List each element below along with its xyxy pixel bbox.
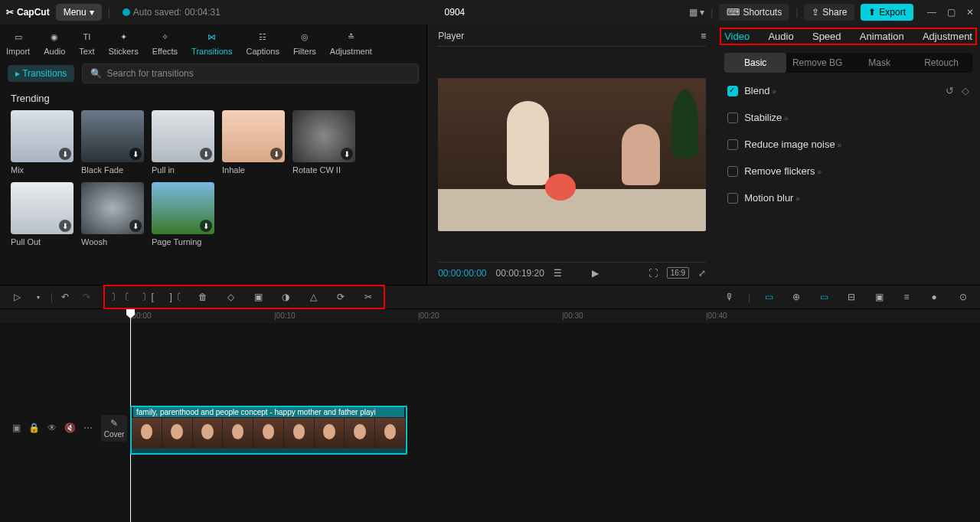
transition-item[interactable]: ⬇Black Fade	[81, 110, 144, 175]
mirror-icon[interactable]: △	[304, 288, 322, 306]
tool-tab-import[interactable]: ▭Import	[6, 29, 30, 56]
fullscreen-icon[interactable]: ⤢	[698, 268, 706, 279]
player-menu-icon[interactable]: ≡	[701, 31, 706, 41]
checkbox-icon[interactable]	[727, 193, 738, 204]
option-motion-blur[interactable]: Motion blur	[727, 192, 969, 204]
track-expand-icon[interactable]: ▣	[12, 422, 21, 433]
aspect-ratio[interactable]: 16:9	[667, 267, 689, 279]
download-icon[interactable]: ⬇	[200, 220, 212, 232]
pointer-tool-icon[interactable]: ▷	[8, 288, 26, 306]
transition-item[interactable]: ⬇Woosh	[81, 182, 144, 246]
snap-icon[interactable]: ▭	[815, 288, 833, 306]
checkbox-icon[interactable]	[727, 166, 738, 177]
export-button[interactable]: ⬆Export	[861, 4, 913, 21]
link-icon[interactable]: ⊕	[787, 288, 805, 306]
tab-adjustment[interactable]: Adjustment	[923, 31, 972, 42]
option-stabilize[interactable]: Stabilize	[727, 112, 969, 123]
subtab-mask[interactable]: Mask	[848, 53, 910, 73]
transition-item[interactable]: ⬇Mix	[11, 110, 74, 175]
download-icon[interactable]: ⬇	[341, 148, 353, 160]
tool-tab-captions[interactable]: ☷Captions	[246, 29, 279, 56]
tool-tab-audio[interactable]: ◉Audio	[44, 29, 65, 56]
crop-icon[interactable]: ✂	[359, 288, 377, 306]
option-blend[interactable]: Blend↺◇	[727, 85, 969, 96]
subtab-basic[interactable]: Basic	[724, 53, 786, 73]
shortcuts-button[interactable]: ⌨Shortcuts	[719, 4, 789, 21]
menu-button[interactable]: Menu▾	[56, 4, 102, 21]
option-remove-flickers[interactable]: Remove flickers	[727, 165, 969, 177]
reverse-icon[interactable]: ◑	[276, 288, 295, 306]
preview-icon[interactable]: ▣	[870, 288, 888, 306]
scan-icon[interactable]: ⛶	[648, 268, 658, 279]
marker-icon[interactable]: ◇	[221, 288, 240, 306]
share-button[interactable]: ⇪Share	[804, 4, 854, 21]
checkbox-icon[interactable]	[727, 86, 738, 96]
download-icon[interactable]: ⬇	[270, 148, 283, 160]
maximize-icon[interactable]: ▢	[947, 7, 956, 18]
layout-icon[interactable]: ▦ ▾	[689, 7, 704, 18]
tab-video[interactable]: Video	[724, 31, 750, 42]
tab-animation[interactable]: Animation	[860, 31, 904, 42]
timeline[interactable]: |00:00|00:10|00:20|00:30|00:40 ▣ 🔒 👁 🔇 ⋯…	[0, 309, 980, 522]
transition-item[interactable]: ⬇Inhale	[222, 110, 285, 175]
download-icon[interactable]: ⬇	[129, 148, 142, 160]
frame-icon[interactable]: ▣	[249, 288, 267, 306]
tool-tab-text[interactable]: TIText	[79, 29, 94, 56]
chevron-down-icon[interactable]: ▾	[29, 288, 47, 306]
video-preview[interactable]	[438, 78, 706, 231]
download-icon[interactable]: ⬇	[59, 220, 71, 232]
subtab-retouch[interactable]: Retouch	[910, 53, 972, 73]
subtab-transitions[interactable]: ▸ Transitions	[8, 65, 74, 82]
trim-left-icon[interactable]: 〕[	[139, 288, 157, 306]
magnet-icon[interactable]: ▭	[760, 288, 778, 306]
track-lock-icon[interactable]: 🔒	[28, 422, 40, 433]
list-icon[interactable]: ☰	[554, 268, 562, 279]
tool-tab-filters[interactable]: ◎Filters	[293, 29, 316, 56]
track-height-icon[interactable]: ≡	[897, 288, 916, 306]
video-clip[interactable]: family, parenthood and people concept - …	[130, 406, 407, 455]
tool-tab-adjustment[interactable]: ≛Adjustment	[330, 29, 372, 56]
align-icon[interactable]: ⊟	[842, 288, 861, 306]
keyframe-icon[interactable]: ◇	[962, 85, 969, 96]
track-more-icon[interactable]: ⋯	[83, 422, 93, 433]
redo-icon[interactable]: ↷	[77, 288, 96, 306]
expand-icon[interactable]: ⊙	[954, 288, 972, 306]
stickers-icon: ✦	[116, 29, 131, 44]
download-icon[interactable]: ⬇	[200, 148, 212, 160]
transition-item[interactable]: ⬇Pull Out	[11, 182, 74, 246]
split-icon[interactable]: 〕〔	[111, 288, 129, 306]
autosave-status: Auto saved: 00:04:31	[122, 7, 220, 18]
track-mute-icon[interactable]: 🔇	[64, 422, 76, 433]
time-ruler[interactable]: |00:00|00:10|00:20|00:30|00:40	[0, 309, 980, 323]
text-icon: TI	[79, 29, 94, 44]
tab-speed[interactable]: Speed	[812, 31, 841, 42]
zoom-slider-icon[interactable]: ●	[925, 288, 943, 306]
rotate-icon[interactable]: ⟳	[332, 288, 350, 306]
transition-item[interactable]: ⬇Rotate CW II	[292, 110, 355, 175]
checkbox-icon[interactable]	[727, 139, 738, 150]
trim-right-icon[interactable]: ]〔	[166, 288, 185, 306]
tool-tab-effects[interactable]: ✧Effects	[152, 29, 178, 56]
track-visible-icon[interactable]: 👁	[47, 422, 57, 433]
tool-tab-transitions[interactable]: ⋈Transitions	[191, 29, 232, 56]
delete-icon[interactable]: 🗑	[194, 288, 212, 306]
app-name: CapCut	[17, 7, 50, 18]
cover-button[interactable]: ✎ Cover	[101, 415, 127, 442]
download-icon[interactable]: ⬇	[129, 220, 142, 232]
option-reduce-image-noise[interactable]: Reduce image noise	[727, 139, 969, 150]
transition-item[interactable]: ⬇Page Turning	[152, 182, 214, 246]
logo-icon: ✂	[6, 7, 14, 18]
checkbox-icon[interactable]	[727, 113, 738, 123]
tool-tab-stickers[interactable]: ✦Stickers	[109, 29, 139, 56]
tab-audio[interactable]: Audio	[768, 31, 793, 42]
transition-item[interactable]: ⬇Pull in	[152, 110, 214, 175]
reset-icon[interactable]: ↺	[946, 85, 954, 96]
undo-icon[interactable]: ↶	[56, 288, 74, 306]
download-icon[interactable]: ⬇	[59, 148, 71, 160]
close-icon[interactable]: ✕	[966, 7, 974, 18]
mic-icon[interactable]: 🎙	[720, 288, 739, 306]
subtab-remove-bg[interactable]: Remove BG	[786, 53, 848, 73]
search-input[interactable]: 🔍 Search for transitions	[82, 64, 419, 83]
play-button[interactable]: ▶	[592, 268, 599, 279]
minimize-icon[interactable]: —	[927, 7, 936, 18]
